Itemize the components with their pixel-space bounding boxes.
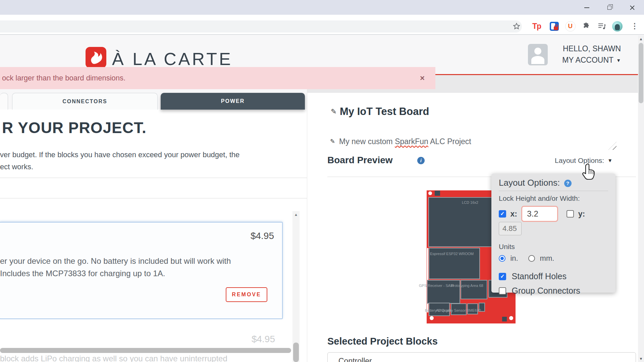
app-window: Tp U ⋮ ▲ ▼ À LA CARTE HELLO, SHAWN MY AC…: [0, 0, 644, 362]
unit-in-label: in.: [510, 254, 518, 262]
standoff-hole-top-left: [428, 191, 432, 195]
extension-ublock-icon[interactable]: U: [564, 19, 577, 33]
group-connectors-checkbox[interactable]: [499, 287, 506, 295]
scroll-down-arrow[interactable]: ▼: [638, 356, 644, 361]
board-component-square-top: [435, 191, 440, 196]
bookmark-star-icon[interactable]: [510, 19, 523, 33]
scroll-up-arrow[interactable]: ▲: [638, 36, 644, 42]
restore-icon: [607, 6, 611, 10]
edit-title-pencil-icon[interactable]: ✎: [331, 108, 337, 116]
close-button[interactable]: [625, 3, 640, 12]
group-connectors-row: Group Connectors: [499, 286, 608, 296]
block-lcd-label: LCD 16x2: [462, 200, 478, 204]
standoff-holes-label: Standoff Holes: [512, 272, 567, 281]
layout-options-caret-icon: ▼: [607, 158, 612, 163]
address-bar[interactable]: [0, 20, 522, 33]
block-air-quality-label: Air Quality Sensor BME680: [436, 308, 481, 312]
unit-mm-radio[interactable]: [528, 255, 535, 262]
x-dimension-input[interactable]: [521, 206, 558, 222]
standoff-hole-bottom-right: [509, 316, 513, 320]
my-account-dropdown[interactable]: MY ACCOUNT▼: [543, 56, 621, 65]
board-component-square-bottom: [502, 317, 507, 321]
error-alert-banner: ock larger than the board dimensions. ×: [0, 67, 435, 89]
project-title[interactable]: My IoT Test Board: [340, 106, 429, 118]
disabled-block-price: $4.95: [252, 334, 275, 345]
popup-divider: [499, 191, 608, 191]
minimize-icon: [584, 7, 589, 8]
block-prototyping-label: Prototyping Area 68: [451, 284, 483, 288]
dimension-row: ✓ x: y:: [499, 206, 608, 235]
board-preview-heading: Board Preview: [327, 155, 393, 166]
project-description[interactable]: My new custom SparkFun ALC Project: [339, 137, 471, 146]
page-scrollbar-thumb[interactable]: [639, 43, 643, 103]
block-esp32-label: Espressif ESP32 WROOM: [430, 252, 474, 256]
standoff-holes-checkbox[interactable]: ✓: [499, 273, 506, 280]
browser-menu-icon[interactable]: ⋮: [628, 19, 641, 33]
x-label: x:: [510, 209, 517, 218]
block-list-scrollbar[interactable]: ▲: [292, 211, 300, 362]
alert-close-icon[interactable]: ×: [417, 73, 427, 83]
lock-x-checkbox[interactable]: ✓: [499, 210, 506, 218]
intro-paragraph: ver budget. If the blocks you have chose…: [0, 149, 239, 173]
browser-profile-avatar[interactable]: [610, 19, 624, 33]
page-scrollbar[interactable]: ▲ ▼: [638, 36, 644, 362]
y-dimension-input[interactable]: [499, 222, 522, 235]
block-price: $4.95: [251, 231, 274, 241]
tab-partial-left[interactable]: [0, 93, 8, 110]
popup-title: Layout Options:: [499, 178, 560, 188]
block-card-battery: $4.95 er your device on the go. No batte…: [0, 222, 283, 319]
block-description: er your device on the go. No battery is …: [0, 255, 231, 280]
page-title: R YOUR PROJECT.: [2, 119, 147, 137]
greeting-text: HELLO, SHAWN: [543, 44, 621, 53]
alert-message: ock larger than the board dimensions.: [2, 74, 125, 82]
tab-connectors[interactable]: CONNECTORS: [12, 93, 158, 110]
help-icon[interactable]: ?: [564, 180, 572, 187]
lock-dimensions-label: Lock Height and/or Width:: [499, 194, 608, 202]
playlist-extension-icon[interactable]: [595, 19, 608, 33]
lock-y-checkbox[interactable]: [567, 210, 574, 218]
red-divider-line: [435, 74, 638, 75]
disabled-block-description: block adds LiPo charging as well so you …: [0, 354, 227, 362]
standoff-hole-bottom-left: [430, 316, 434, 320]
unit-mm-label: mm.: [540, 254, 554, 262]
units-label: Units: [499, 243, 608, 251]
units-row: in. mm.: [499, 254, 608, 263]
textarea-resize-grip[interactable]: [608, 142, 616, 150]
account-caret-icon: ▼: [616, 58, 621, 63]
unit-in-radio[interactable]: [499, 255, 505, 262]
extension-tp-icon[interactable]: Tp: [530, 19, 543, 33]
browser-titlebar: [0, 0, 644, 15]
layout-options-popup: Layout Options: ? Lock Height and/or Wid…: [491, 174, 615, 293]
block-gps-label: GPS Receiver - SAM: [419, 284, 453, 288]
y-label: y:: [578, 209, 585, 218]
list-scroll-up-arrow[interactable]: ▲: [292, 212, 300, 217]
info-icon[interactable]: i: [417, 157, 425, 164]
layout-options-dropdown[interactable]: Layout Options:▼: [522, 157, 612, 165]
cursor-pointer-icon: [582, 163, 596, 183]
list-scrollbar-thumb[interactable]: [293, 343, 299, 362]
tab-power[interactable]: POWER: [161, 93, 305, 110]
block-prototyping[interactable]: [461, 280, 487, 299]
sparkfun-flame-logo[interactable]: [86, 47, 106, 68]
extensions-puzzle-icon[interactable]: [580, 19, 593, 33]
group-connectors-label: Group Connectors: [512, 286, 580, 295]
spellcheck-word: SparkFun: [395, 137, 428, 146]
remove-block-button[interactable]: REMOVE: [226, 287, 267, 302]
close-icon: [630, 5, 635, 10]
restore-button[interactable]: [602, 3, 617, 12]
card-separator-bar: [0, 348, 291, 353]
selected-block-controller[interactable]: Controller: [327, 352, 636, 362]
extension-privacy-lock-icon[interactable]: [547, 19, 561, 33]
edit-description-pencil-icon[interactable]: ✎: [330, 138, 335, 145]
power-tab-content: R YOUR PROJECT. ver budget. If the block…: [0, 109, 307, 362]
site-logo-text[interactable]: À LA CARTE: [112, 49, 233, 69]
standoff-row: ✓ Standoff Holes: [499, 272, 608, 281]
selected-project-blocks-heading: Selected Project Blocks: [327, 336, 438, 347]
minimize-button[interactable]: [579, 3, 594, 12]
